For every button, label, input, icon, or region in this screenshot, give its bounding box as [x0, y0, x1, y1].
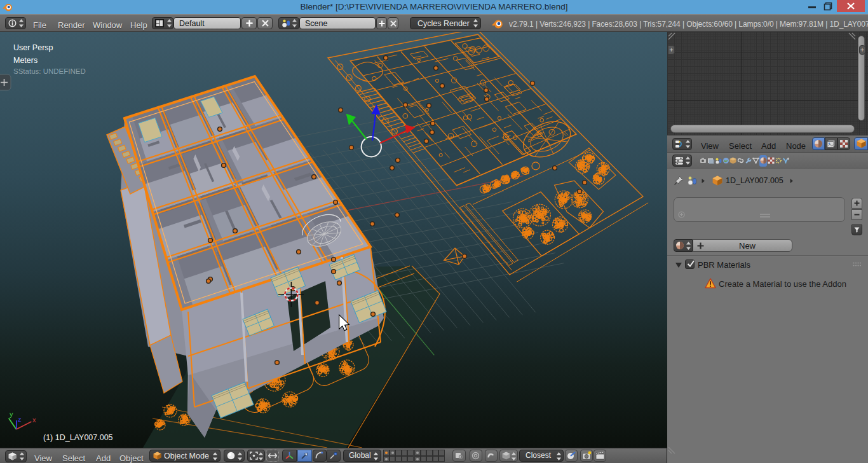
svg-text:x: x [32, 416, 36, 424]
svg-text:SStatus: UNDEFINED: SStatus: UNDEFINED [13, 67, 86, 75]
svg-text:y: y [10, 410, 13, 418]
svg-text:User Persp: User Persp [13, 43, 53, 52]
svg-text:Meters: Meters [13, 56, 37, 65]
svg-text:z: z [18, 415, 22, 423]
svg-text:(1) 1D_LAY007.005: (1) 1D_LAY007.005 [43, 433, 113, 442]
